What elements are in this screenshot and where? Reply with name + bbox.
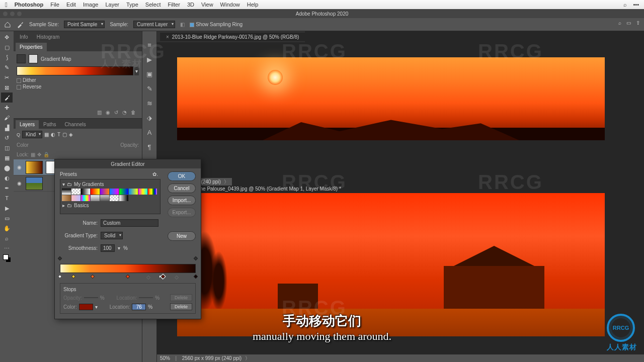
gradient-swatch[interactable] <box>71 189 80 195</box>
gradient-swatch[interactable] <box>129 189 138 195</box>
color-stop[interactable] <box>126 275 130 280</box>
filter-smart-icon[interactable]: ◈ <box>69 132 73 137</box>
ok-button[interactable]: OK <box>168 171 196 181</box>
gradient-swatch[interactable] <box>62 195 71 201</box>
stamp-tool-icon[interactable]: ▟ <box>1 123 13 133</box>
color-stop[interactable] <box>194 275 198 280</box>
delete-color-stop-button[interactable]: Delete <box>170 303 192 310</box>
dodge-tool-icon[interactable]: ◐ <box>1 173 13 183</box>
shape-tool-icon[interactable]: ▭ <box>1 213 13 223</box>
eyedropper-icon[interactable] <box>16 21 24 29</box>
minimize-window-icon[interactable] <box>10 12 15 16</box>
midpoint-handle[interactable] <box>175 276 179 280</box>
gradient-tool-icon[interactable]: ▦ <box>1 153 13 163</box>
move-tool-icon[interactable]: ✥ <box>1 32 13 42</box>
smoothness-dropdown-icon[interactable]: ▾ <box>118 245 120 251</box>
crop-tool-icon[interactable]: ✂ <box>1 72 13 82</box>
tab-info[interactable]: Info <box>16 33 32 41</box>
gradient-swatch[interactable] <box>81 189 90 195</box>
layer-thumbnail[interactable] <box>26 177 43 190</box>
lock-position-icon[interactable]: ✥ <box>37 152 41 157</box>
play-icon[interactable]: ▶ <box>147 56 152 63</box>
tab-channels[interactable]: Channels <box>61 120 90 129</box>
sample-size-dropdown[interactable]: Point Sample <box>64 21 105 28</box>
lasso-tool-icon[interactable]: ⟆ <box>1 52 13 62</box>
filter-type-icon[interactable]: T <box>57 132 60 137</box>
paragraph-panel-icon[interactable]: ¶ <box>148 143 151 151</box>
menu-select[interactable]: Select <box>145 2 161 8</box>
eraser-tool-icon[interactable]: ◫ <box>1 143 13 153</box>
close-tab-icon[interactable]: × <box>166 34 169 40</box>
gradient-swatch[interactable] <box>148 189 157 195</box>
healing-tool-icon[interactable]: ✚ <box>1 103 13 113</box>
dialog-titlebar[interactable]: Gradient Editor <box>55 159 201 168</box>
menu-help[interactable]: Help <box>247 2 259 8</box>
tab-histogram[interactable]: Histogram <box>33 33 64 41</box>
menu-window[interactable]: Window <box>220 2 240 8</box>
visibility-toggle-icon[interactable]: ◉ <box>16 164 23 170</box>
marquee-tool-icon[interactable]: ▢ <box>1 42 13 52</box>
gradient-bar-editor[interactable] <box>60 257 196 280</box>
path-select-tool-icon[interactable]: ▶ <box>1 203 13 213</box>
opacity-stop[interactable] <box>194 257 198 262</box>
visibility-icon[interactable]: ◔ <box>122 110 127 115</box>
gradient-dropdown-icon[interactable]: ▾ <box>134 67 139 75</box>
dither-checkbox[interactable]: Dither <box>17 77 139 83</box>
pen-tool-icon[interactable]: ✒ <box>1 183 13 193</box>
gradient-swatch[interactable] <box>81 195 90 201</box>
gradient-swatch[interactable] <box>91 195 100 201</box>
color-stop[interactable] <box>71 275 75 280</box>
frame-tool-icon[interactable]: ⊠ <box>1 82 13 93</box>
gradient-swatch[interactable] <box>110 195 119 201</box>
color-stop[interactable] <box>58 275 62 280</box>
mac-menubar[interactable]:  Photoshop File Edit Image Layer Type S… <box>0 0 644 9</box>
gradient-swatch[interactable] <box>91 189 100 195</box>
color-swatches[interactable] <box>1 253 13 263</box>
reverse-checkbox[interactable]: Reverse <box>17 84 139 89</box>
sample-all-icon[interactable]: ◧ <box>180 22 185 27</box>
history-panel-icon[interactable]: ≡ <box>147 41 151 49</box>
new-button[interactable]: New <box>168 231 196 241</box>
gradient-swatch[interactable] <box>138 189 147 195</box>
color-location-input[interactable]: 76 <box>132 304 146 310</box>
search-icon[interactable]: ⌕ <box>623 2 627 8</box>
filter-pixel-icon[interactable]: ▦ <box>44 132 49 137</box>
show-sampling-ring-checkbox[interactable]: Show Sampling Ring <box>190 22 243 27</box>
styles-icon[interactable]: ⬗ <box>147 114 152 122</box>
zoom-tool-icon[interactable]: ⌕ <box>1 233 13 243</box>
history-brush-tool-icon[interactable]: ↺ <box>1 133 13 143</box>
tab-paths[interactable]: Paths <box>39 120 60 129</box>
name-input[interactable]: Custom <box>101 219 158 227</box>
gradient-preview[interactable] <box>17 66 133 75</box>
color-dropdown-icon[interactable]: ▾ <box>95 304 98 310</box>
lock-all-icon[interactable]: 🔒 <box>43 152 49 157</box>
share-icon[interactable]: ⇪ <box>636 20 640 26</box>
cancel-button[interactable]: Cancel <box>168 184 196 193</box>
search-icon[interactable]: ⌕ <box>618 20 621 26</box>
gradient-strip[interactable] <box>60 264 196 273</box>
gradient-swatch[interactable] <box>119 195 128 201</box>
visibility-toggle-icon[interactable]: ◉ <box>16 180 23 186</box>
type-tool-icon[interactable]: T <box>1 193 13 203</box>
home-icon[interactable] <box>4 21 11 28</box>
canvas-sunset[interactable] <box>177 57 605 140</box>
color-stop[interactable] <box>91 275 95 280</box>
app-name[interactable]: Photoshop <box>15 2 43 8</box>
midpoint-handle[interactable] <box>146 276 150 280</box>
document-tab[interactable]: 01014_The Palouse_0439.jpg @ 50% (Gradie… <box>177 186 344 193</box>
stop-color-well[interactable] <box>79 304 93 310</box>
libraries-icon[interactable]: ▣ <box>146 70 152 78</box>
quick-select-tool-icon[interactable]: ✎ <box>1 62 13 72</box>
menu-file[interactable]: File <box>50 2 59 8</box>
folder-basics[interactable]: ▸🗀Basics <box>61 202 159 209</box>
zoom-window-icon[interactable] <box>17 12 22 16</box>
color-stop-selected[interactable] <box>161 275 165 280</box>
clip-icon[interactable]: ▥ <box>97 110 102 115</box>
menu-edit[interactable]: Edit <box>66 2 76 8</box>
layer-thumbnail[interactable] <box>26 161 43 174</box>
menu-image[interactable]: Image <box>83 2 99 8</box>
brushes-icon[interactable]: ✎ <box>147 85 152 93</box>
gradient-swatch[interactable] <box>100 195 109 201</box>
adjustments-icon[interactable]: ≋ <box>147 100 152 107</box>
layer-filter-dropdown[interactable]: Kind <box>22 131 42 138</box>
